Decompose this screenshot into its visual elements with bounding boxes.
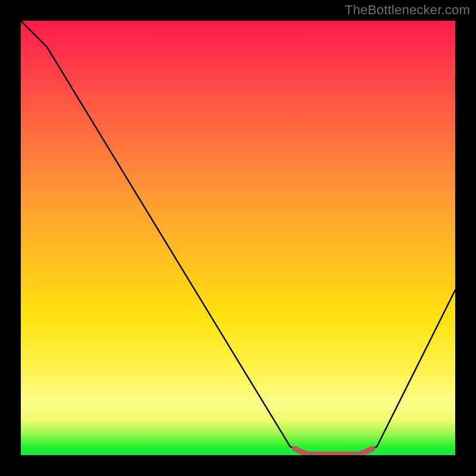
bottleneck-curve-path (21, 21, 455, 455)
chart-frame: TheBottlenecker.com (0, 0, 476, 476)
curve-overlay (21, 21, 455, 455)
plot-area (21, 21, 455, 455)
optimal-band-path (295, 449, 372, 455)
attribution-label: TheBottlenecker.com (345, 2, 470, 18)
